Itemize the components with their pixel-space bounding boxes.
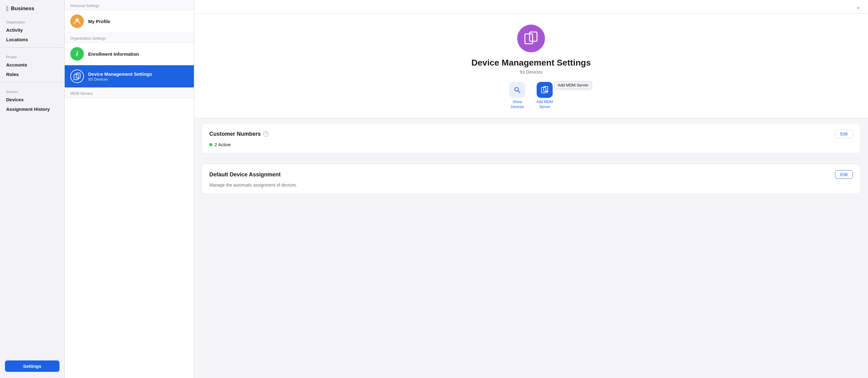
svg-point-5	[515, 88, 519, 91]
main-content: ⌄ Device Management Settings 93 Devices …	[194, 0, 868, 378]
customer-numbers-edit-button[interactable]: Edit	[835, 130, 853, 138]
sidebar-bottom: Settings	[0, 355, 64, 378]
settings-button[interactable]: Settings	[5, 360, 60, 372]
device-mgmt-item[interactable]: Device Management Settings 93 Devices	[65, 65, 194, 88]
default-device-assignment-section: Default Device Assignment Edit Manage th…	[202, 164, 861, 194]
my-profile-title: My Profile	[88, 19, 110, 24]
default-device-assignment-title: Default Device Assignment	[209, 171, 280, 178]
people-section-label: People	[0, 51, 64, 60]
enrollment-info-item[interactable]: i Enrollment Information	[65, 43, 194, 65]
enrollment-info-text: Enrollment Information	[88, 51, 139, 57]
my-profile-item[interactable]: My Profile	[65, 10, 194, 33]
active-count: 2 Active	[215, 142, 231, 147]
middle-panel: Personal Settings My Profile Organizatio…	[65, 0, 194, 378]
app-title: Business	[11, 5, 34, 12]
my-profile-text: My Profile	[88, 19, 110, 24]
personal-settings-label: Personal Settings	[65, 0, 194, 10]
hero-icon-circle	[517, 25, 545, 52]
device-mgmt-icon-circle	[70, 70, 84, 83]
apple-icon: 	[6, 5, 8, 12]
section-divider	[202, 159, 861, 159]
sidebar-item-assignment-history[interactable]: Assignment History	[0, 104, 64, 114]
app-logo:  Business	[0, 0, 64, 16]
hero-section: Device Management Settings 93 Devices Sh…	[194, 13, 868, 118]
sidebar-divider-2	[0, 82, 64, 82]
add-mdm-button[interactable]: Add MDM Server	[536, 82, 553, 109]
show-devices-icon	[509, 82, 525, 98]
sidebar:  Business Organization Activity Locatio…	[0, 0, 65, 378]
default-device-assignment-edit-button[interactable]: Edit	[835, 170, 853, 179]
devices-section-label: Devices	[0, 85, 64, 95]
customer-numbers-header: Customer Numbers ? Edit	[209, 130, 853, 138]
add-mdm-label: Add MDM Server	[536, 100, 553, 109]
device-mgmt-icon	[73, 72, 81, 80]
svg-line-6	[518, 91, 520, 93]
sidebar-divider-1	[0, 47, 64, 48]
sidebar-item-activity[interactable]: Activity	[0, 25, 64, 35]
my-profile-icon-circle	[70, 14, 84, 28]
device-mgmt-title: Device Management Settings	[88, 71, 152, 77]
customer-numbers-section: Customer Numbers ? Edit 2 Active	[202, 123, 861, 153]
active-indicator: 2 Active	[209, 142, 853, 147]
question-mark-icon: ?	[265, 132, 267, 136]
hero-devices-icon	[523, 31, 539, 46]
search-icon	[514, 87, 521, 93]
device-mgmt-subtitle: 93 Devices	[88, 77, 152, 81]
add-mdm-button-container: Add MDM Server Add MDM Server	[536, 82, 553, 109]
sidebar-item-devices[interactable]: Devices	[0, 95, 64, 104]
sidebar-item-locations[interactable]: Locations	[0, 35, 64, 44]
default-device-assignment-description: Manage the automatic assignment of devic…	[209, 182, 853, 187]
org-settings-label: Organization Settings	[65, 33, 194, 43]
enrollment-info-title: Enrollment Information	[88, 51, 139, 57]
svg-rect-3	[525, 34, 533, 44]
green-dot-icon	[209, 143, 212, 146]
customer-numbers-title-row: Customer Numbers ?	[209, 131, 269, 137]
chevron-down-icon[interactable]: ⌄	[856, 3, 861, 10]
add-mdm-devices-icon	[541, 86, 548, 94]
sidebar-item-roles[interactable]: Roles	[0, 70, 64, 79]
person-icon	[73, 17, 81, 25]
top-bar: ⌄	[194, 0, 868, 13]
customer-numbers-title: Customer Numbers	[209, 131, 261, 137]
organization-section-label: Organization	[0, 16, 64, 25]
show-devices-button[interactable]: Show Devices	[509, 82, 525, 109]
hero-subtitle: 93 Devices	[520, 69, 542, 74]
add-mdm-icon	[537, 82, 553, 98]
hero-actions: Show Devices Add MDM Server Add MDM Serv…	[509, 82, 553, 109]
sidebar-item-accounts[interactable]: Accounts	[0, 60, 64, 70]
default-device-assignment-header: Default Device Assignment Edit	[209, 170, 853, 179]
hero-title: Device Management Settings	[471, 58, 591, 68]
device-mgmt-text: Device Management Settings 93 Devices	[88, 71, 152, 81]
show-devices-label: Show Devices	[511, 100, 524, 109]
add-mdm-tooltip: Add MDM Server	[554, 81, 592, 89]
customer-numbers-help-icon[interactable]: ?	[263, 131, 269, 137]
info-icon: i	[76, 50, 78, 58]
enrollment-info-icon-circle: i	[70, 47, 84, 61]
mdm-servers-label: MDM Servers	[65, 88, 194, 98]
